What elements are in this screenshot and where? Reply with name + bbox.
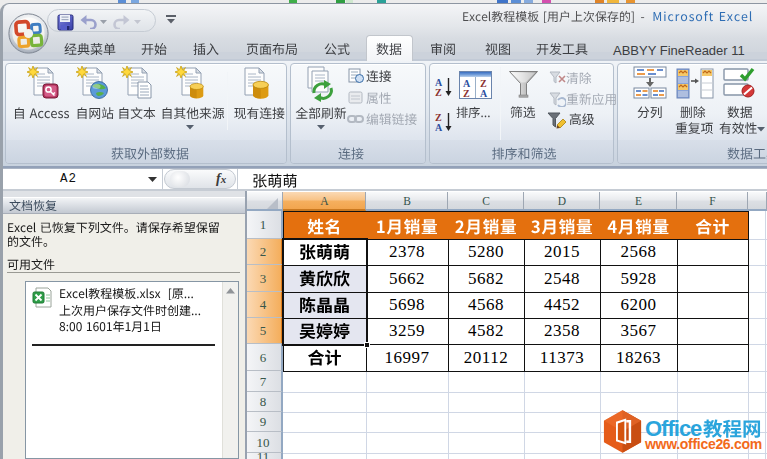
svg-text:Z: Z [435, 87, 442, 97]
svg-text:Z: Z [463, 88, 470, 99]
svg-text:A: A [435, 122, 443, 132]
svg-text:A: A [480, 88, 488, 99]
